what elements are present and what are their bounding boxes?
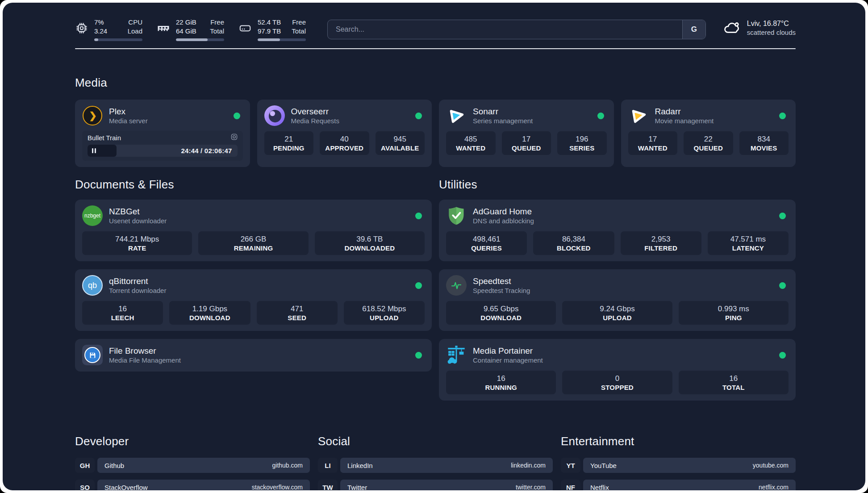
link-badge[interactable]: NF [561, 480, 580, 490]
status-online-dot [234, 113, 240, 119]
search-bar: G [327, 20, 706, 39]
app-card-filebrowser[interactable]: File Browser Media File Management [75, 339, 432, 372]
link-badge[interactable]: GH [75, 458, 95, 473]
memory-free-label: Free [210, 18, 224, 27]
search-engine-button[interactable]: G [682, 20, 705, 39]
now-playing-title: Bullet Train [88, 134, 121, 142]
link-pill[interactable]: LinkedIn linkedin.com [340, 458, 553, 473]
disk-total-label: Total [292, 27, 306, 36]
card-subtitle: Speedtest Tracking [473, 286, 530, 295]
section-heading-documents: Documents & Files [75, 178, 432, 192]
header-divider [75, 48, 796, 49]
link-pill[interactable]: Twitter twitter.com [340, 480, 553, 490]
link-pill[interactable]: StackOverflow stackoverflow.com [97, 480, 310, 490]
disk-total-value: 97.9 TB [258, 27, 281, 36]
memory-progress-bar [176, 38, 224, 41]
overseerr-icon [264, 105, 285, 126]
link-badge[interactable]: SO [75, 480, 95, 490]
app-card-overseerr[interactable]: Overseerr Media Requests 21PENDING 40APP… [257, 100, 432, 167]
search-input[interactable] [328, 20, 682, 39]
section-heading-utilities: Utilities [439, 178, 796, 192]
stat-box: 40APPROVED [320, 131, 369, 155]
sonarr-icon [446, 105, 467, 126]
weather-widget: Lviv, 16.87°C scattered clouds [723, 19, 796, 37]
card-subtitle: Container management [473, 356, 543, 364]
adguard-shield-icon [446, 205, 467, 226]
link-badge[interactable]: TW [318, 480, 338, 490]
stat-box: 0STOPPED [562, 371, 672, 394]
card-title: NZBGet [109, 206, 167, 217]
memory-usage-widget: 22 GiB 64 GiB Free Total [157, 18, 224, 41]
nzbget-icon: nzbget [82, 205, 103, 226]
portainer-crane-icon [446, 345, 467, 365]
app-card-portainer[interactable]: Media Portainer Container management 16R… [439, 339, 796, 401]
stat-box: 945AVAILABLE [376, 131, 425, 155]
app-card-adguard[interactable]: AdGuard Home DNS and adblocking 498,461Q… [439, 200, 796, 261]
card-subtitle: Series management [473, 117, 533, 125]
utilities-column: Utilities AdGuard Home DNS and adblockin… [439, 178, 796, 401]
links-column-social: Social LI LinkedIn linkedin.com TW Twitt… [318, 425, 553, 490]
link-pill[interactable]: YouTube youtube.com [583, 458, 796, 473]
card-subtitle: Media Requests [291, 117, 339, 125]
qbittorrent-icon: qb [82, 275, 103, 296]
card-subtitle: Torrent downloader [109, 286, 166, 295]
memory-free-value: 22 GiB [176, 18, 196, 27]
stat-box: 485WANTED [446, 131, 496, 155]
link-pill[interactable]: Github github.com [97, 458, 310, 473]
app-card-nzbget[interactable]: nzbget NZBGet Usenet downloader 744.21 M… [75, 200, 432, 261]
stat-box: 0.993 msPING [679, 301, 789, 325]
app-card-speedtest[interactable]: Speedtest Speedtest Tracking 9.65 GbpsDO… [439, 269, 796, 331]
memory-icon [157, 21, 170, 41]
stat-box: 16RUNNING [446, 371, 556, 394]
app-card-qbittorrent[interactable]: qb qBittorrent Torrent downloader 16LEEC… [75, 269, 432, 331]
cpu-progress-bar [94, 38, 142, 41]
card-title: Speedtest [473, 276, 530, 286]
card-subtitle: Media File Management [109, 356, 181, 364]
documents-column: Documents & Files nzbget NZBGet Usenet d… [75, 178, 432, 401]
app-card-sonarr[interactable]: Sonarr Series management 485WANTED 17QUE… [439, 100, 614, 167]
now-playing-widget: Bullet Train 24:44 / 02:06:47 [82, 131, 243, 161]
pause-icon[interactable] [92, 148, 96, 153]
card-title: File Browser [109, 346, 181, 356]
speedtest-pulse-icon [446, 275, 467, 296]
cpu-chip-icon [75, 21, 88, 41]
status-online-dot [415, 113, 422, 119]
cpu-load-label: Load [128, 27, 142, 36]
card-subtitle: Media server [109, 117, 148, 125]
media-cards-row: ❯ Plex Media server Bullet Train 24:4 [75, 100, 796, 167]
stat-box: 471SEED [257, 301, 338, 325]
status-online-dot [415, 282, 422, 289]
link-pill[interactable]: Netflix netflix.com [583, 480, 796, 490]
card-subtitle: Usenet downloader [109, 217, 167, 225]
stat-box: 2,953FILTERED [621, 231, 701, 255]
playback-progress-bar[interactable]: 24:44 / 02:06:47 [88, 145, 238, 157]
card-title: Plex [109, 106, 148, 117]
app-card-radarr[interactable]: Radarr Movie management 17WANTED 22QUEUE… [621, 100, 796, 167]
stat-box: 17WANTED [628, 131, 678, 155]
stat-box: 16TOTAL [679, 371, 789, 394]
card-title: Media Portainer [473, 346, 543, 356]
stat-box: 498,461QUERIES [446, 231, 527, 255]
session-icon[interactable] [231, 134, 238, 142]
stat-box: 266 GBREMAINING [198, 231, 308, 255]
stat-box: 744.21 MbpsRATE [82, 231, 192, 255]
card-subtitle: DNS and adblocking [473, 217, 534, 225]
status-online-dot [779, 113, 786, 119]
status-online-dot [779, 352, 786, 359]
stat-box: 21PENDING [264, 131, 314, 155]
cpu-usage-label: CPU [128, 18, 142, 27]
card-title: Radarr [655, 106, 714, 117]
dashboard-app: 7% 3.24 CPU Load 22 GiB [3, 3, 865, 490]
link-badge[interactable]: YT [561, 458, 580, 473]
radarr-icon [628, 105, 649, 126]
section-heading-entertainment: Entertainment [561, 435, 796, 448]
section-heading-media: Media [75, 76, 796, 90]
stat-box: 22QUEUED [684, 131, 733, 155]
link-badge[interactable]: LI [318, 458, 338, 473]
card-subtitle: Movie management [655, 117, 714, 125]
app-card-plex[interactable]: ❯ Plex Media server Bullet Train 24:4 [75, 100, 250, 167]
stat-box: 618.52 MbpsUPLOAD [344, 301, 425, 325]
stat-box: 86,384BLOCKED [533, 231, 614, 255]
link-row-youtube: YT YouTube youtube.com [561, 458, 796, 473]
card-title: AdGuard Home [473, 206, 534, 217]
